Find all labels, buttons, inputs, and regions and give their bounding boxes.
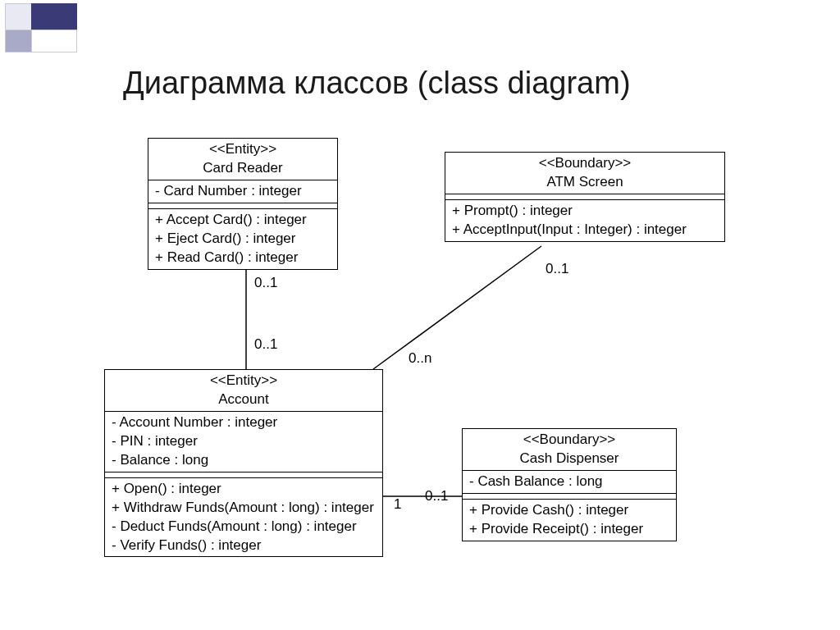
cash-dispenser-name: Cash Dispenser xyxy=(469,450,669,468)
card-reader-stereotype: <<Entity>> xyxy=(155,140,331,159)
account-op-0: + Open() : integer xyxy=(112,480,376,499)
account-attr-1: - PIN : integer xyxy=(112,432,376,451)
cash-dispenser-stereotype: <<Boundary>> xyxy=(469,431,669,450)
svg-line-1 xyxy=(373,246,541,369)
card-reader-attr-0: - Card Number : integer xyxy=(155,182,331,201)
card-reader-name: Card Reader xyxy=(155,159,331,178)
card-reader-op-1: + Eject Card() : integer xyxy=(155,230,331,249)
slide-decor-b xyxy=(31,3,77,33)
class-atm-screen: <<Boundary>> ATM Screen + Prompt() : int… xyxy=(445,152,725,242)
slide-decor-a xyxy=(5,3,34,33)
card-reader-op-2: + Read Card() : integer xyxy=(155,249,331,267)
class-card-reader: <<Entity>> Card Reader - Card Number : i… xyxy=(148,138,338,270)
class-cash-dispenser: <<Boundary>> Cash Dispenser - Cash Balan… xyxy=(462,428,677,541)
cash-dispenser-op-1: + Provide Receipt() : integer xyxy=(469,520,669,539)
card-reader-op-0: + Accept Card() : integer xyxy=(155,211,331,230)
slide-decor-c xyxy=(5,30,34,52)
account-name: Account xyxy=(112,390,376,409)
mult-atmscreen-end2: 0..n xyxy=(409,350,431,367)
account-attr-0: - Account Number : integer xyxy=(112,413,376,432)
cash-dispenser-attr-0: - Cash Balance : long xyxy=(469,472,669,491)
mult-cardreader-end2: 0..1 xyxy=(254,336,277,353)
slide-title: Диаграмма классов (class diagram) xyxy=(123,66,631,101)
account-op-2: - Deduct Funds(Amount : long) : integer xyxy=(112,518,376,536)
atm-screen-op-1: + AcceptInput(Input : Integer) : integer xyxy=(452,221,718,240)
cash-dispenser-op-0: + Provide Cash() : integer xyxy=(469,501,669,520)
account-op-3: - Verify Funds() : integer xyxy=(112,536,376,555)
atm-screen-name: ATM Screen xyxy=(452,173,718,192)
class-account: <<Entity>> Account - Account Number : in… xyxy=(104,369,383,557)
account-attr-2: - Balance : long xyxy=(112,451,376,470)
mult-cardreader-end1: 0..1 xyxy=(254,275,277,291)
mult-account-cash-end1: 1 xyxy=(394,496,401,513)
mult-account-cash-end2: 0..1 xyxy=(425,488,448,504)
atm-screen-op-0: + Prompt() : integer xyxy=(452,202,718,221)
slide-decor-d xyxy=(31,30,77,52)
account-stereotype: <<Entity>> xyxy=(112,372,376,390)
account-op-1: + Withdraw Funds(Amount : long) : intege… xyxy=(112,499,376,518)
atm-screen-stereotype: <<Boundary>> xyxy=(452,154,718,173)
mult-atmscreen-end1: 0..1 xyxy=(546,261,568,277)
